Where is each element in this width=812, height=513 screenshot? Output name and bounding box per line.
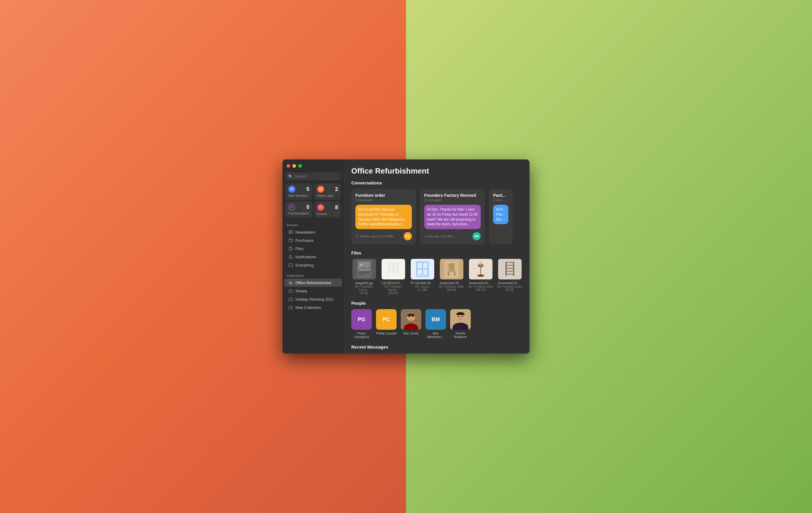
holiday-planning-label: Holiday Planning 2021 <box>295 297 334 302</box>
person-initials-ben: BM <box>432 316 440 323</box>
file-name-screenshot2: Screenshot 2020-01-08 at 1... <box>469 281 493 285</box>
person-dan[interactable]: Dan Jones <box>401 309 421 338</box>
sidebar-item-notifications[interactable]: Notifications <box>284 253 342 261</box>
file-size-screenshot2: 265 KB <box>476 288 486 292</box>
sidebar-item-holiday-planning[interactable]: Holiday Planning 2021 <box>284 295 342 303</box>
person-phillip[interactable]: PC Phillip Caudell <box>376 309 397 338</box>
events-label: Events <box>317 212 338 216</box>
conv-founders-footer: 1 year ago from Ben BM <box>424 232 481 240</box>
collections-label: Collections <box>287 274 304 277</box>
recent-message-1[interactable]: BM Ben Masterton-Smith 11/12/19 <box>351 353 522 354</box>
person-petya[interactable]: PG Petya Georgieva <box>351 309 372 338</box>
svg-rect-50 <box>505 268 514 269</box>
conversation-furniture-order[interactable]: Furniture order 5 messages 10's is perfe… <box>351 189 416 244</box>
search-bar[interactable]: 🔍 Search <box>285 172 341 180</box>
person-avatar-dan <box>401 309 421 330</box>
purchases-label: Purchases <box>295 238 313 243</box>
file-screenshot1[interactable]: Screenshot 2020-01-08 at 1... Re: Furnit… <box>439 259 464 295</box>
person-name-petya: Petya Georgieva <box>351 332 372 338</box>
file-size-screenshot3: 52 KB <box>506 288 514 292</box>
titlebar <box>283 159 344 172</box>
person-name-tomiris: Tomiris Batalova <box>450 332 471 338</box>
app-window: 🔍 Search 5 New Senders <box>283 159 529 354</box>
conv-furniture-title: Furniture order <box>355 193 412 198</box>
file-meta-screenshot1: Re: Furniture order <box>439 285 464 288</box>
file-name-image002: image002.jpg <box>355 281 373 285</box>
svg-point-2 <box>291 206 292 208</box>
sidebar-item-office-refurbishment[interactable]: Office Refurbishment <box>284 278 342 287</box>
conv-furniture-avatar: PC <box>404 232 412 240</box>
recent-messages-section: Recent Messages BM Ben Masterton-Smith 1… <box>351 344 522 354</box>
file-ff-ga[interactable]: FF GA 2020-02-07.... Re: Layout 2.1 MB <box>409 259 435 295</box>
svg-rect-15 <box>291 283 292 283</box>
stat-events[interactable]: 8 Events <box>314 202 341 218</box>
person-avatar-phillip: PC <box>376 309 397 330</box>
people-heading: People <box>351 301 522 306</box>
file-thumb-image002 <box>352 259 376 279</box>
sidebar-item-purchases[interactable]: Purchases <box>284 236 342 244</box>
conv-partial-title: Pant... <box>493 193 509 198</box>
svg-rect-53 <box>505 262 506 276</box>
conversation-partial[interactable]: Pant... 2 mes... Hi P... Pan... this... <box>489 189 513 244</box>
notifications-label: Notifications <box>295 255 316 259</box>
stat-header-conversations: 0 <box>288 204 310 210</box>
office-refurbishment-icon <box>288 280 293 285</box>
svg-rect-51 <box>505 271 514 272</box>
sidebar-item-sheety[interactable]: Sheety <box>284 287 342 295</box>
person-avatar-tomiris <box>450 309 471 330</box>
close-button[interactable] <box>287 164 290 168</box>
sidebar-item-new-collection[interactable]: New Collection <box>284 303 342 311</box>
stat-header-new-senders: 5 <box>288 186 310 193</box>
conversation-founders-factory[interactable]: Founders Factory Revised 2 messages Hi D… <box>420 189 485 244</box>
search-placeholder: Search <box>294 174 307 179</box>
scenes-chevron-icon[interactable]: ⌄ <box>338 223 340 227</box>
person-name-phillip: Phillip Caudell <box>376 332 397 335</box>
svg-rect-52 <box>505 274 514 275</box>
conversations-icon <box>288 204 295 210</box>
sidebar-item-files[interactable]: Files <box>284 244 342 253</box>
minimize-button[interactable] <box>292 164 296 168</box>
stat-conversations[interactable]: 0 Conversations <box>285 202 313 218</box>
person-tomiris[interactable]: Tomiris Batalova <box>450 309 471 338</box>
collections-chevron-icon[interactable]: ⌄ <box>338 274 340 277</box>
file-meta-image002: Re: Founders Factor... <box>351 285 377 292</box>
file-screenshot3[interactable]: Screenshot 2020-01-08 at 1... Re: Furnit… <box>497 259 522 295</box>
people-section: People PG Petya Georgieva PC Phillip Cau… <box>351 301 522 338</box>
files-label: Files <box>295 246 303 251</box>
sidebar-item-everything[interactable]: Everything <box>284 261 342 269</box>
new-senders-label: New Senders <box>288 194 310 198</box>
conv-partial-messages: 2 mes... <box>493 198 509 202</box>
conv-founders-messages: 2 messages <box>424 198 481 202</box>
person-avatar-petya: PG <box>351 309 372 330</box>
reply-later-count: 2 <box>335 186 338 192</box>
conversations-label: Conversations <box>288 211 310 215</box>
person-ben[interactable]: BM Ben Masterton... <box>426 309 446 338</box>
new-senders-icon <box>288 186 295 193</box>
svg-point-62 <box>458 316 459 317</box>
sheety-label: Sheety <box>295 289 307 293</box>
stat-reply-later[interactable]: 2 Reply Later <box>314 183 341 200</box>
events-count: 8 <box>335 205 338 211</box>
svg-rect-13 <box>289 264 292 267</box>
new-collection-label: New Collection <box>295 305 321 310</box>
reply-later-label: Reply Later <box>317 194 338 198</box>
sidebar-item-newsletters[interactable]: Newsletters <box>284 228 342 236</box>
person-avatar-ben: BM <box>426 309 446 330</box>
person-name-dan: Dan Jones <box>403 332 419 335</box>
files-heading: Files <box>351 250 522 255</box>
collections-header: Collections ⌄ <box>283 272 344 278</box>
file-image002[interactable]: image002.jpg Re: Founders Factor... 39 K… <box>351 259 377 295</box>
svg-rect-14 <box>290 283 291 283</box>
file-screenshot2[interactable]: Screenshot 2020-01-08 at 1... Re: Furnit… <box>468 259 493 295</box>
maximize-button[interactable] <box>298 164 302 168</box>
newsletters-icon <box>288 230 293 235</box>
search-icon: 🔍 <box>288 175 293 179</box>
file-thumb-cs-pdf <box>382 259 405 279</box>
person-initials-phillip: PC <box>382 316 390 323</box>
conv-partial-bubble: Hi P... Pan... this... <box>493 205 509 224</box>
file-size-ff-ga: 2.1 MB <box>418 288 427 292</box>
purchases-icon <box>288 238 293 243</box>
file-meta-cs-pdf: Re: Founders Factor... <box>380 285 406 292</box>
file-cs-pdf[interactable]: CS-2019-DJ-FFAC0001 Rev A.pdf Re: Founde… <box>380 259 406 295</box>
stat-new-senders[interactable]: 5 New Senders <box>285 183 313 200</box>
